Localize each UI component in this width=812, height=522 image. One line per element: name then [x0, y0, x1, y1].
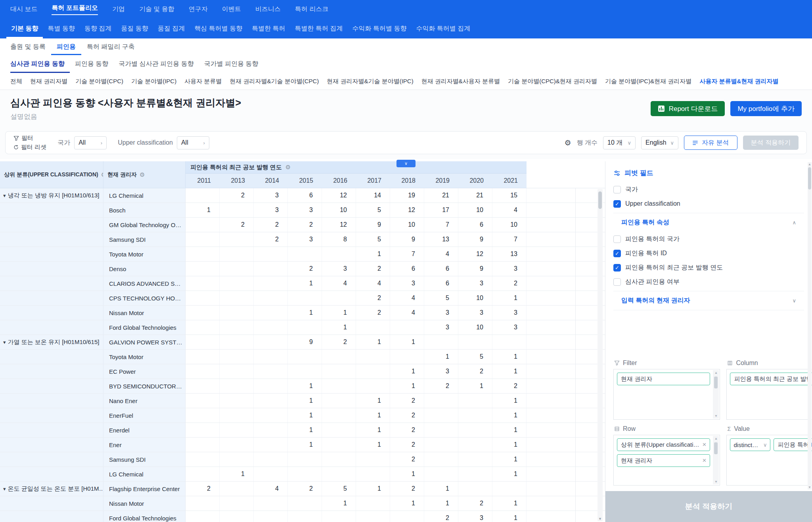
- zone-field-tag[interactable]: 피인용 특허 ID×: [774, 438, 812, 451]
- trend-tab-2[interactable]: 특별 동향: [43, 19, 79, 38]
- trend-tab-3[interactable]: 동향 집계: [80, 19, 116, 38]
- pivot-field-item[interactable]: ✓Upper classification: [613, 197, 804, 211]
- checkbox-checked-icon[interactable]: ✓: [613, 250, 621, 257]
- apply-analysis-button[interactable]: 분석 적용하기: [743, 136, 799, 150]
- column-settings-gear-icon[interactable]: ⚙: [140, 171, 145, 178]
- checkbox-checked-icon[interactable]: ✓: [613, 200, 621, 208]
- zone-field-tag[interactable]: 상위 분류(Upper classificati…×: [617, 438, 710, 451]
- breakdown-tab-9[interactable]: 기술 분야별(CPC)&현재 권리자별: [504, 73, 601, 90]
- scrollbar-thumb[interactable]: [714, 442, 718, 454]
- collapse-triangle-icon[interactable]: ▾: [3, 193, 6, 199]
- breakdown-tab-6[interactable]: 현재 권리자별&기술 분야별(CPC): [226, 73, 323, 90]
- primary-nav-item-7[interactable]: 비즈니스: [255, 5, 281, 13]
- value-cell: 3: [458, 276, 492, 291]
- scrollbar-down-arrow[interactable]: ▼: [714, 480, 718, 484]
- language-select[interactable]: English ∨: [641, 136, 678, 149]
- value-cell: 1: [322, 306, 356, 320]
- checkbox-unchecked-icon[interactable]: [613, 186, 621, 193]
- scrollbar-up-arrow[interactable]: ▲: [714, 437, 718, 440]
- zone-field-tag[interactable]: 피인용 특허의 최근 공보 발행 …×: [730, 373, 812, 385]
- collapse-triangle-icon[interactable]: ▾: [3, 486, 6, 492]
- scrollbar-up-arrow[interactable]: ▲: [714, 371, 718, 375]
- collapse-triangle-icon[interactable]: ▾: [3, 339, 6, 345]
- pivot-field-item[interactable]: ✓피인용 특허 ID: [613, 246, 804, 260]
- pivot-field-item[interactable]: 심사관 피인용 여부: [613, 275, 804, 289]
- panel-apply-analysis-button[interactable]: 분석 적용하기: [605, 491, 812, 522]
- remove-icon[interactable]: ×: [703, 441, 707, 449]
- trend-tab-1[interactable]: 기본 동향: [6, 19, 43, 38]
- primary-nav-item-8[interactable]: 특허 리스크: [295, 5, 328, 13]
- trend-tab-4[interactable]: 품질 동향: [116, 19, 153, 38]
- primary-nav-item-3[interactable]: 기업: [112, 5, 125, 13]
- scrollbar-up-arrow[interactable]: ▲: [808, 163, 811, 166]
- breakdown-tab-1[interactable]: 전체: [10, 73, 26, 90]
- citation-view-tab-2[interactable]: 피인용 동향: [70, 55, 113, 73]
- scrollbar-down-arrow[interactable]: ▼: [808, 486, 811, 489]
- zone-scrollbar[interactable]: ▲▼: [713, 370, 719, 419]
- pivot-field-item[interactable]: ✓피인용 특허의 최근 공보 발행 연도: [613, 260, 804, 275]
- primary-nav-item-2[interactable]: 특허 포트폴리오: [52, 4, 98, 15]
- filter-toggle-link[interactable]: 필터: [13, 134, 46, 142]
- citation-view-tab-1[interactable]: 심사관 피인용 동향: [10, 55, 70, 73]
- chevron-down-icon[interactable]: ∨: [792, 298, 796, 304]
- table-vertical-scrollbar[interactable]: ▼: [598, 189, 603, 521]
- row-count-select[interactable]: 10 개 ∨: [603, 136, 636, 149]
- country-select[interactable]: All ›: [74, 136, 107, 149]
- checkbox-checked-icon[interactable]: ✓: [613, 264, 621, 272]
- trend-tab-9[interactable]: 수익화 특허별 동향: [348, 19, 412, 38]
- free-analysis-button[interactable]: 자유 분석: [684, 136, 737, 150]
- chevron-up-icon[interactable]: ∧: [792, 220, 796, 226]
- scrollbar-thumb[interactable]: [598, 191, 602, 209]
- zone-field-tag[interactable]: 현재 권리자: [617, 373, 710, 385]
- column-zone-box[interactable]: 피인용 특허의 최근 공보 발행 …× ▲▼: [726, 369, 812, 420]
- citation-view-tab-3[interactable]: 국가별 심사관 피인용 동향: [113, 55, 199, 73]
- citation-view-tab-4[interactable]: 국가별 피인용 동향: [199, 55, 264, 73]
- table-collapse-button[interactable]: ∨: [396, 160, 416, 167]
- primary-nav-item-1[interactable]: 대시 보드: [10, 5, 37, 13]
- breakdown-tab-2[interactable]: 현재 권리자별: [26, 73, 71, 90]
- breakdown-tab-7[interactable]: 현재 권리자별&기술 분야별(IPC): [323, 73, 417, 90]
- breakdown-tab-3[interactable]: 기술 분야별(CPC): [71, 73, 127, 90]
- trend-tab-10[interactable]: 수익화 특허별 집계: [411, 19, 475, 38]
- row-zone-box[interactable]: 상위 분류(Upper classificati…×현재 권리자× ▲▼: [613, 435, 720, 486]
- primary-nav-item-5[interactable]: 연구자: [189, 5, 208, 13]
- breakdown-tab-10[interactable]: 기술 분야별(IPC)&현재 권리자별: [601, 73, 695, 90]
- checkbox-unchecked-icon[interactable]: [613, 278, 621, 286]
- scrollbar-thumb[interactable]: [808, 167, 811, 189]
- trend-tab-8[interactable]: 특별한 특허 집계: [290, 19, 348, 38]
- pivot-field-item[interactable]: 피인용 특허의 국가: [613, 232, 804, 246]
- report-download-button[interactable]: Report 다운로드: [651, 101, 725, 116]
- citation-tab-3[interactable]: 특허 패밀리 구축: [81, 38, 140, 55]
- primary-nav-item-4[interactable]: 기술 및 융합: [139, 5, 174, 13]
- citation-tab-2[interactable]: 피인용: [51, 38, 81, 55]
- pivot-section-header[interactable]: 피인용 특허 속성∧: [613, 213, 804, 232]
- checkbox-unchecked-icon[interactable]: [613, 235, 621, 243]
- primary-nav-item-6[interactable]: 이벤트: [222, 5, 241, 13]
- breakdown-tab-4[interactable]: 기술 분야별(IPC): [127, 73, 180, 90]
- group-cell: [0, 350, 103, 364]
- aggregation-select[interactable]: distinct… ∨: [730, 438, 770, 451]
- panel-vertical-scrollbar[interactable]: ▲ ▼: [808, 162, 812, 489]
- breakdown-tab-8[interactable]: 현재 권리자별&사용자 분류별: [417, 73, 504, 90]
- zone-field-tag[interactable]: 현재 권리자×: [617, 454, 710, 467]
- breakdown-tab-5[interactable]: 사용자 분류별: [180, 73, 226, 90]
- pivot-section-header[interactable]: 입력 특허의 현재 권리자∨: [613, 291, 804, 310]
- column-settings-gear-icon[interactable]: ⚙: [285, 164, 291, 171]
- pivot-field-item[interactable]: 국가: [613, 182, 804, 197]
- upper-classification-select[interactable]: All ›: [177, 136, 209, 149]
- zone-scrollbar[interactable]: ▲▼: [713, 436, 719, 484]
- filter-reset-link[interactable]: 필터 리셋: [13, 143, 46, 151]
- breakdown-tab-11[interactable]: 사용자 분류별&현재 권리자별: [695, 73, 782, 90]
- value-zone-box[interactable]: distinct… ∨ 피인용 특허 ID× ▲▼: [726, 435, 812, 486]
- scrollbar-thumb[interactable]: [714, 377, 718, 388]
- gear-icon[interactable]: ⚙: [565, 138, 571, 147]
- citation-tab-1[interactable]: 출원 및 등록: [10, 38, 51, 55]
- scrollbar-down-arrow[interactable]: ▼: [714, 414, 718, 418]
- trend-tab-5[interactable]: 품질 집계: [153, 19, 190, 38]
- trend-tab-6[interactable]: 핵심 특허별 동향: [190, 19, 247, 38]
- scrollbar-down-arrow[interactable]: ▼: [598, 517, 603, 521]
- trend-tab-7[interactable]: 특별한 특허: [247, 19, 290, 38]
- remove-icon[interactable]: ×: [703, 457, 707, 465]
- add-to-portfolio-button[interactable]: My portfolio에 추가: [730, 101, 802, 116]
- filter-zone-box[interactable]: 현재 권리자 ▲▼: [613, 369, 720, 420]
